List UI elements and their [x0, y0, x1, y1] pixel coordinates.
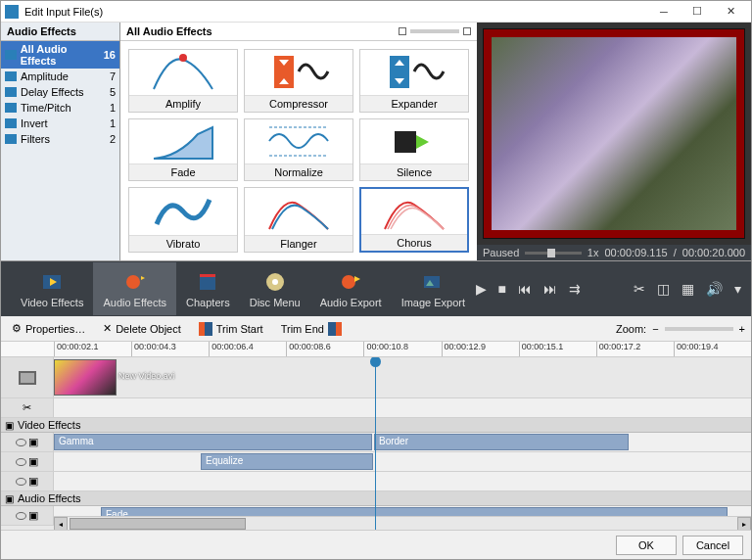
folder-icon — [5, 118, 17, 128]
folder-icon — [5, 71, 17, 81]
clip-equalize[interactable]: Equalize — [201, 453, 373, 470]
video-track[interactable]: New Video.avi — [54, 357, 751, 397]
effect-flanger[interactable]: Flanger — [244, 187, 353, 253]
sidebar-item-all[interactable]: All Audio Effects16 — [1, 41, 119, 69]
effect-compressor[interactable]: Compressor — [244, 49, 353, 113]
play-button[interactable]: ▶ — [476, 281, 487, 297]
video-effects-section[interactable]: ▣ Video Effects — [1, 418, 751, 433]
titlebar: Edit Input File(s) ─ ☐ ✕ — [1, 1, 751, 23]
delete-object-button[interactable]: ✕Delete Object — [98, 320, 186, 337]
sidebar-item-filters[interactable]: Filters2 — [1, 131, 119, 147]
collapse-icon[interactable]: ▣ — [28, 509, 38, 522]
ribbon-video-effects[interactable]: Video Effects — [11, 262, 93, 315]
effect-track-1[interactable]: GammaBorder — [54, 433, 751, 451]
cancel-button[interactable]: Cancel — [682, 536, 743, 555]
folder-icon — [5, 134, 17, 144]
effect-fade[interactable]: Fade — [128, 118, 238, 182]
svg-point-0 — [179, 54, 187, 62]
zoom-slider[interactable] — [665, 327, 733, 331]
speed-slider[interactable] — [525, 252, 582, 255]
effect-silence[interactable]: Silence — [359, 118, 469, 182]
preview-video[interactable] — [483, 28, 745, 239]
effect-normalize[interactable]: Normalize — [244, 118, 353, 182]
preview-panel: Paused 1x 00:00:09.115/ 00:00:20.000 — [477, 23, 751, 260]
gear-icon: ⚙ — [12, 322, 22, 335]
folder-icon — [5, 103, 17, 113]
trim-start-button[interactable]: Trim Start — [194, 320, 268, 338]
scrollbar-thumb[interactable] — [70, 518, 246, 530]
playback-speed: 1x — [588, 247, 599, 258]
thumbnail-size-slider[interactable] — [399, 27, 471, 35]
cut-icon[interactable]: ✂ — [634, 281, 645, 297]
minimize-button[interactable]: ─ — [647, 2, 681, 22]
snapshot-icon[interactable]: ▦ — [682, 281, 694, 297]
timeline-toolbar: ⚙Properties… ✕Delete Object Trim Start T… — [1, 316, 751, 342]
ribbon-chapters[interactable]: Chapters — [176, 262, 240, 315]
eye-icon[interactable] — [16, 458, 26, 466]
effects-sidebar: Audio Effects All Audio Effects16 Amplit… — [1, 23, 120, 260]
svg-rect-5 — [395, 131, 416, 153]
zoom-out-button[interactable]: − — [652, 323, 658, 335]
timeline: New Video.avi ✂ ▣ Video Effects ▣GammaBo… — [1, 357, 751, 530]
effect-expander[interactable]: Expander — [359, 49, 469, 113]
effect-track-3[interactable] — [54, 472, 751, 490]
ribbon: Video Effects Audio Effects Chapters Dis… — [1, 261, 751, 316]
scissors-icon: ✂ — [23, 401, 31, 414]
ribbon-audio-effects[interactable]: Audio Effects — [93, 262, 176, 315]
effect-chorus[interactable]: Chorus — [359, 187, 469, 253]
sidebar-header: Audio Effects — [1, 23, 119, 41]
ribbon-image-export[interactable]: Image Export — [392, 262, 475, 315]
eye-icon[interactable] — [16, 478, 26, 486]
volume-icon[interactable]: 🔊 — [706, 281, 723, 297]
playhead[interactable] — [375, 357, 376, 530]
cut-track[interactable] — [54, 398, 751, 417]
sidebar-item-timepitch[interactable]: Time/Pitch1 — [1, 100, 119, 116]
effect-amplify[interactable]: Amplify — [128, 49, 238, 113]
svg-marker-6 — [416, 135, 429, 149]
svg-point-15 — [342, 275, 355, 289]
playback-status: Paused — [483, 247, 519, 258]
dropdown-icon[interactable]: ▾ — [734, 281, 741, 297]
sidebar-item-invert[interactable]: Invert1 — [1, 116, 119, 131]
close-button[interactable]: ✕ — [714, 2, 747, 22]
clip-border[interactable]: Border — [374, 434, 629, 450]
stop-button[interactable]: ■ — [498, 281, 506, 297]
svg-rect-20 — [21, 373, 34, 383]
collapse-icon[interactable]: ▣ — [28, 475, 38, 488]
app-icon — [5, 5, 19, 19]
collapse-icon[interactable]: ▣ — [28, 436, 38, 448]
ribbon-disc-menu[interactable]: Disc Menu — [240, 262, 310, 315]
effect-vibrato[interactable]: Vibrato — [128, 187, 238, 253]
zoom-in-button[interactable]: + — [739, 323, 745, 335]
prev-button[interactable]: ⏮ — [518, 281, 532, 297]
svg-rect-12 — [200, 274, 215, 277]
next-button[interactable]: ⏭ — [543, 281, 557, 297]
audio-effects-section[interactable]: ▣ Audio Effects — [1, 491, 751, 506]
sidebar-item-amplitude[interactable]: Amplitude7 — [1, 69, 119, 84]
scroll-left-button[interactable]: ◂ — [54, 517, 68, 530]
sidebar-item-delay[interactable]: Delay Effects5 — [1, 84, 119, 100]
loop-button[interactable]: ⇉ — [569, 281, 581, 297]
video-clip[interactable] — [54, 359, 117, 396]
collapse-icon[interactable]: ▣ — [28, 455, 38, 468]
ok-button[interactable]: OK — [616, 536, 677, 555]
effect-track-2[interactable]: Equalize — [54, 452, 751, 471]
svg-marker-16 — [354, 276, 360, 282]
clip-gamma[interactable]: Gamma — [54, 434, 372, 450]
svg-marker-10 — [141, 276, 145, 280]
eye-icon[interactable] — [16, 512, 26, 520]
properties-button[interactable]: ⚙Properties… — [7, 320, 90, 337]
trim-end-button[interactable]: Trim End — [276, 320, 347, 338]
timeline-scrollbar[interactable]: ◂▸ — [54, 516, 751, 530]
x-icon: ✕ — [103, 322, 112, 335]
ribbon-audio-export[interactable]: Audio Export — [310, 262, 392, 315]
folder-icon — [5, 50, 17, 60]
time-position: 00:00:09.115 — [604, 247, 667, 258]
eye-icon[interactable] — [16, 439, 26, 446]
time-duration: 00:00:20.000 — [682, 247, 745, 258]
timeline-ruler[interactable]: 00:00:02.100:00:04.300:00:06.400:00:08.6… — [1, 342, 751, 357]
scroll-right-button[interactable]: ▸ — [737, 517, 751, 530]
crop-icon[interactable]: ◫ — [657, 281, 670, 297]
effects-browser: All Audio Effects Amplify Compressor Exp… — [120, 23, 477, 260]
maximize-button[interactable]: ☐ — [681, 2, 714, 22]
